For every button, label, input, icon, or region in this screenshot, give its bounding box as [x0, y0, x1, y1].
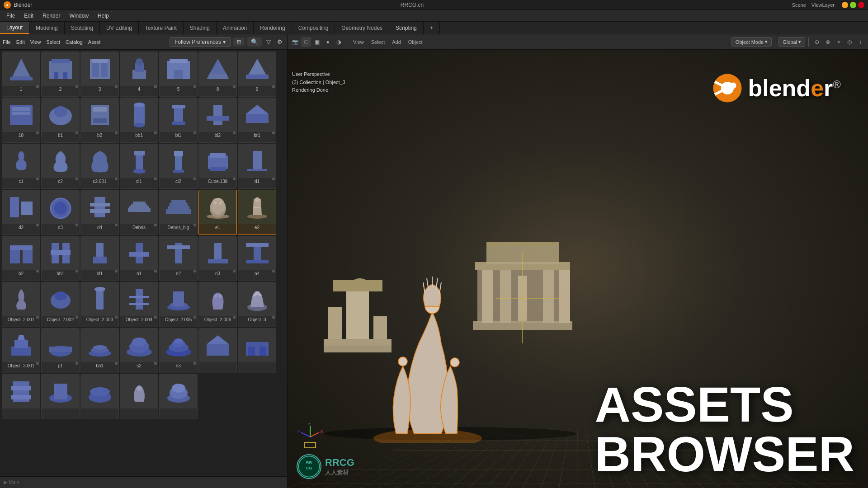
list-item[interactable]	[2, 374, 40, 419]
tab-shading[interactable]: Shading	[184, 22, 217, 34]
tab-modeling[interactable]: Modeling	[29, 22, 65, 34]
list-item[interactable]: n1	[120, 236, 158, 281]
list-item[interactable]: c2	[41, 144, 80, 189]
list-item[interactable]	[198, 328, 237, 373]
ab-catalog-menu[interactable]: Catalog	[66, 39, 83, 45]
list-item[interactable]: 1	[2, 52, 40, 97]
list-item[interactable]: e1	[198, 190, 237, 235]
list-item[interactable]	[238, 328, 276, 373]
menu-file[interactable]: File	[3, 12, 19, 20]
viewport-solid-icon[interactable]: ◑	[334, 37, 344, 47]
viewport-panel[interactable]: 📷 ⬡ ▣ ● ◑ View Select Add Object Object …	[288, 34, 868, 488]
list-item[interactable]: bl1	[80, 236, 119, 281]
list-item[interactable]: ci2	[159, 144, 198, 189]
list-item[interactable]: Object_3.001	[2, 328, 40, 373]
menu-edit[interactable]: Edit	[20, 12, 37, 20]
tab-geometry-nodes[interactable]: Geometry Nodes	[335, 22, 389, 34]
gizmo-toggle-icon[interactable]: ⊗	[823, 37, 833, 47]
ab-asset-menu[interactable]: Asset	[88, 39, 101, 45]
menu-window[interactable]: Window	[66, 12, 92, 20]
list-item[interactable]: p1	[41, 328, 80, 373]
menu-render[interactable]: Render	[39, 12, 64, 20]
tab-sculpting[interactable]: Sculpting	[65, 22, 100, 34]
snap-icon[interactable]: ⌖	[834, 37, 844, 47]
list-item[interactable]: Object_2.005	[159, 282, 198, 327]
list-item[interactable]: b1	[41, 98, 80, 143]
tab-add-workspace[interactable]: +	[424, 22, 440, 34]
list-item[interactable]: c1	[2, 144, 40, 189]
viewport-render-icon[interactable]: ▣	[312, 37, 322, 47]
menu-help[interactable]: Help	[94, 12, 113, 20]
list-item[interactable]: 3	[80, 52, 119, 97]
settings-button[interactable]: ⚙	[275, 38, 284, 46]
list-item[interactable]: d1	[238, 144, 276, 189]
viewport-mode-icon[interactable]: ⬡	[301, 37, 311, 47]
tab-animation[interactable]: Animation	[217, 22, 254, 34]
maximize-button[interactable]: □	[850, 2, 856, 8]
transform-icon[interactable]: ↕	[855, 37, 865, 47]
tab-texture-paint[interactable]: Texture Paint	[139, 22, 184, 34]
list-item[interactable]: Cube.139	[198, 144, 237, 189]
tab-compositing[interactable]: Compositing	[292, 22, 335, 34]
list-item[interactable]	[159, 374, 198, 419]
ab-view-menu[interactable]: View	[30, 39, 41, 45]
list-item[interactable]: 4	[120, 52, 158, 97]
list-item[interactable]: bl2	[198, 98, 237, 143]
search-button[interactable]: 🔍	[247, 37, 262, 47]
overlay-toggle-icon[interactable]: ⊙	[812, 37, 822, 47]
list-item[interactable]: Object_2.001	[2, 282, 40, 327]
list-item[interactable]: ci1	[120, 144, 158, 189]
list-item[interactable]: 8	[198, 52, 237, 97]
follow-preferences-button[interactable]: Follow Preferences ▾	[170, 37, 231, 47]
list-item[interactable]: e2	[238, 190, 276, 235]
list-item[interactable]: c2.001	[80, 144, 119, 189]
list-item[interactable]: 9	[238, 52, 276, 97]
tab-scripting[interactable]: Scripting	[389, 22, 424, 34]
viewport-material-icon[interactable]: ●	[323, 37, 333, 47]
list-item[interactable]: Object_2.004	[120, 282, 158, 327]
minimize-button[interactable]: —	[842, 2, 848, 8]
view-toggle-button[interactable]: ⊞	[233, 38, 245, 46]
list-item[interactable]	[120, 374, 158, 419]
viewport-camera-icon[interactable]: 📷	[290, 37, 300, 47]
ab-edit-menu[interactable]: Edit	[16, 39, 25, 45]
list-item[interactable]: 10	[2, 98, 40, 143]
list-item[interactable]: n2	[159, 236, 198, 281]
tab-rendering[interactable]: Rendering	[254, 22, 292, 34]
viewport-add-menu[interactable]: Add	[389, 38, 404, 46]
proportional-icon[interactable]: ◎	[844, 37, 854, 47]
viewport-select-menu[interactable]: Select	[368, 38, 388, 46]
list-item[interactable]: d4	[80, 190, 119, 235]
tab-layout[interactable]: Layout	[0, 22, 29, 34]
list-item[interactable]: 2	[41, 52, 80, 97]
list-item[interactable]: br1	[238, 98, 276, 143]
list-item[interactable]: d2	[2, 190, 40, 235]
list-item[interactable]: Object_2.003	[80, 282, 119, 327]
list-item[interactable]: Object_2.006	[198, 282, 237, 327]
list-item[interactable]: n4	[238, 236, 276, 281]
list-item[interactable]: Debris	[120, 190, 158, 235]
list-item[interactable]: bb1	[41, 236, 80, 281]
list-item[interactable]: Object_3	[238, 282, 276, 327]
tab-uv-editing[interactable]: UV Editing	[100, 22, 139, 34]
close-button[interactable]: ✕	[858, 2, 864, 8]
global-mode-button[interactable]: Global ▾	[778, 37, 805, 47]
list-item[interactable]: b2	[80, 98, 119, 143]
filter-button[interactable]: ▽	[264, 38, 273, 46]
list-item[interactable]	[41, 374, 80, 419]
list-item[interactable]: 5	[159, 52, 198, 97]
list-item[interactable]: bb1	[80, 328, 119, 373]
list-item[interactable]: b2	[2, 236, 40, 281]
list-item[interactable]: Object_2.002	[41, 282, 80, 327]
ab-file-menu[interactable]: File	[3, 39, 11, 45]
list-item[interactable]: n3	[198, 236, 237, 281]
list-item[interactable]: s2	[120, 328, 158, 373]
list-item[interactable]	[80, 374, 119, 419]
ab-select-menu[interactable]: Select	[46, 39, 60, 45]
list-item[interactable]: Debris_big	[159, 190, 198, 235]
list-item[interactable]: d3	[41, 190, 80, 235]
list-item[interactable]: s3	[159, 328, 198, 373]
list-item[interactable]: bl1	[159, 98, 198, 143]
viewport-view-menu[interactable]: View	[350, 38, 367, 46]
object-mode-button[interactable]: Object Mode ▾	[731, 37, 772, 47]
